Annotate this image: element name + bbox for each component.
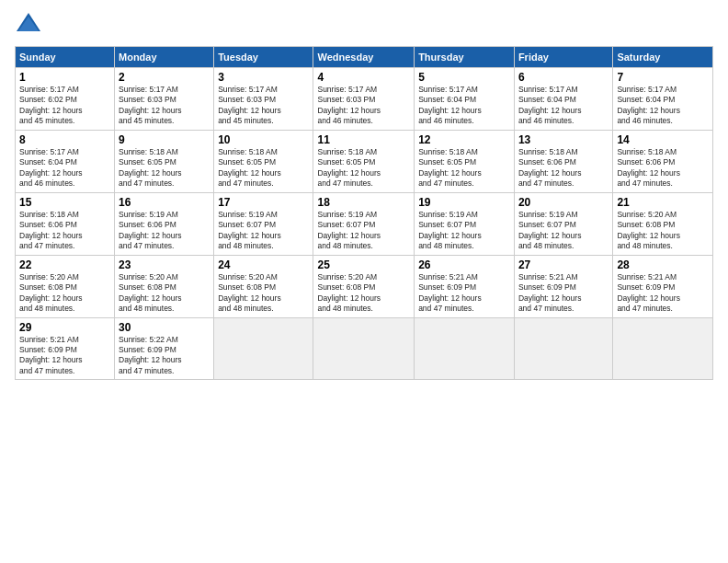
day-info: Sunrise: 5:18 AM Sunset: 6:05 PM Dayligh… — [418, 147, 510, 190]
day-number: 30 — [119, 321, 210, 334]
calendar-week-row: 29Sunrise: 5:21 AM Sunset: 6:09 PM Dayli… — [16, 317, 713, 380]
header — [15, 11, 713, 39]
day-number: 7 — [617, 71, 709, 84]
calendar-table: SundayMondayTuesdayWednesdayThursdayFrid… — [15, 46, 713, 380]
day-info: Sunrise: 5:20 AM Sunset: 6:08 PM Dayligh… — [617, 210, 709, 252]
day-number: 26 — [418, 259, 510, 271]
calendar-week-row: 8Sunrise: 5:17 AM Sunset: 6:04 PM Daylig… — [16, 130, 713, 192]
calendar-cell — [514, 317, 612, 380]
day-info: Sunrise: 5:19 AM Sunset: 6:06 PM Dayligh… — [119, 210, 210, 252]
day-info: Sunrise: 5:17 AM Sunset: 6:02 PM Dayligh… — [19, 85, 110, 127]
day-number: 11 — [317, 133, 410, 146]
day-number: 12 — [418, 133, 510, 146]
calendar-cell — [313, 317, 415, 380]
day-number: 9 — [119, 133, 210, 146]
day-number: 22 — [19, 259, 110, 271]
weekday-header-sunday: Sunday — [16, 47, 115, 68]
day-info: Sunrise: 5:21 AM Sunset: 6:09 PM Dayligh… — [617, 272, 709, 315]
day-number: 23 — [119, 259, 210, 271]
calendar-cell: 22Sunrise: 5:20 AM Sunset: 6:08 PM Dayli… — [16, 255, 115, 317]
day-number: 16 — [119, 196, 210, 209]
page: SundayMondayTuesdayWednesdayThursdayFrid… — [0, 0, 728, 563]
day-number: 29 — [19, 321, 110, 334]
calendar-cell: 9Sunrise: 5:18 AM Sunset: 6:05 PM Daylig… — [115, 130, 214, 192]
day-info: Sunrise: 5:20 AM Sunset: 6:08 PM Dayligh… — [218, 272, 309, 315]
day-info: Sunrise: 5:20 AM Sunset: 6:08 PM Dayligh… — [19, 272, 110, 315]
day-number: 2 — [119, 71, 210, 84]
calendar-cell: 13Sunrise: 5:18 AM Sunset: 6:06 PM Dayli… — [514, 130, 612, 192]
calendar-cell — [613, 317, 713, 380]
day-info: Sunrise: 5:18 AM Sunset: 6:06 PM Dayligh… — [518, 147, 609, 190]
calendar-cell: 30Sunrise: 5:22 AM Sunset: 6:09 PM Dayli… — [115, 317, 214, 380]
calendar-cell: 16Sunrise: 5:19 AM Sunset: 6:06 PM Dayli… — [115, 192, 214, 255]
calendar-week-row: 22Sunrise: 5:20 AM Sunset: 6:08 PM Dayli… — [16, 255, 713, 317]
day-info: Sunrise: 5:19 AM Sunset: 6:07 PM Dayligh… — [218, 210, 309, 252]
day-info: Sunrise: 5:17 AM Sunset: 6:04 PM Dayligh… — [19, 147, 110, 190]
calendar-cell: 27Sunrise: 5:21 AM Sunset: 6:09 PM Dayli… — [514, 255, 612, 317]
calendar-cell: 2Sunrise: 5:17 AM Sunset: 6:03 PM Daylig… — [115, 68, 214, 131]
day-number: 5 — [418, 71, 510, 84]
day-info: Sunrise: 5:19 AM Sunset: 6:07 PM Dayligh… — [317, 210, 410, 252]
calendar-cell: 15Sunrise: 5:18 AM Sunset: 6:06 PM Dayli… — [16, 192, 115, 255]
day-info: Sunrise: 5:20 AM Sunset: 6:08 PM Dayligh… — [317, 272, 410, 315]
day-number: 21 — [617, 196, 709, 209]
day-number: 18 — [317, 196, 410, 209]
day-number: 27 — [518, 259, 609, 271]
day-info: Sunrise: 5:22 AM Sunset: 6:09 PM Dayligh… — [119, 335, 210, 377]
day-info: Sunrise: 5:18 AM Sunset: 6:05 PM Dayligh… — [317, 147, 410, 190]
calendar-cell: 21Sunrise: 5:20 AM Sunset: 6:08 PM Dayli… — [613, 192, 713, 255]
calendar-cell: 5Sunrise: 5:17 AM Sunset: 6:04 PM Daylig… — [415, 68, 515, 131]
logo — [15, 11, 46, 39]
day-number: 10 — [218, 133, 309, 146]
calendar-cell: 19Sunrise: 5:19 AM Sunset: 6:07 PM Dayli… — [415, 192, 515, 255]
calendar-cell: 20Sunrise: 5:19 AM Sunset: 6:07 PM Dayli… — [514, 192, 612, 255]
day-info: Sunrise: 5:17 AM Sunset: 6:04 PM Dayligh… — [617, 85, 709, 127]
calendar-cell: 8Sunrise: 5:17 AM Sunset: 6:04 PM Daylig… — [16, 130, 115, 192]
weekday-header-monday: Monday — [115, 47, 214, 68]
calendar-cell: 3Sunrise: 5:17 AM Sunset: 6:03 PM Daylig… — [214, 68, 313, 131]
day-number: 25 — [317, 259, 410, 271]
calendar-cell: 1Sunrise: 5:17 AM Sunset: 6:02 PM Daylig… — [16, 68, 115, 131]
calendar-week-row: 15Sunrise: 5:18 AM Sunset: 6:06 PM Dayli… — [16, 192, 713, 255]
day-info: Sunrise: 5:21 AM Sunset: 6:09 PM Dayligh… — [518, 272, 609, 315]
day-number: 13 — [518, 133, 609, 146]
calendar-cell: 10Sunrise: 5:18 AM Sunset: 6:05 PM Dayli… — [214, 130, 313, 192]
calendar-cell: 23Sunrise: 5:20 AM Sunset: 6:08 PM Dayli… — [115, 255, 214, 317]
calendar-cell: 4Sunrise: 5:17 AM Sunset: 6:03 PM Daylig… — [313, 68, 415, 131]
day-number: 1 — [19, 71, 110, 84]
calendar-header-row: SundayMondayTuesdayWednesdayThursdayFrid… — [16, 47, 713, 68]
day-number: 20 — [518, 196, 609, 209]
weekday-header-tuesday: Tuesday — [214, 47, 313, 68]
calendar-cell: 11Sunrise: 5:18 AM Sunset: 6:05 PM Dayli… — [313, 130, 415, 192]
day-info: Sunrise: 5:19 AM Sunset: 6:07 PM Dayligh… — [418, 210, 510, 252]
day-info: Sunrise: 5:17 AM Sunset: 6:04 PM Dayligh… — [418, 85, 510, 127]
calendar-week-row: 1Sunrise: 5:17 AM Sunset: 6:02 PM Daylig… — [16, 68, 713, 131]
calendar-cell: 7Sunrise: 5:17 AM Sunset: 6:04 PM Daylig… — [613, 68, 713, 131]
calendar-cell: 28Sunrise: 5:21 AM Sunset: 6:09 PM Dayli… — [613, 255, 713, 317]
calendar-cell — [415, 317, 515, 380]
weekday-header-thursday: Thursday — [415, 47, 515, 68]
calendar-cell: 29Sunrise: 5:21 AM Sunset: 6:09 PM Dayli… — [16, 317, 115, 380]
calendar-cell: 25Sunrise: 5:20 AM Sunset: 6:08 PM Dayli… — [313, 255, 415, 317]
day-info: Sunrise: 5:18 AM Sunset: 6:06 PM Dayligh… — [19, 210, 110, 252]
day-number: 4 — [317, 71, 410, 84]
day-number: 15 — [19, 196, 110, 209]
day-info: Sunrise: 5:20 AM Sunset: 6:08 PM Dayligh… — [119, 272, 210, 315]
day-info: Sunrise: 5:18 AM Sunset: 6:05 PM Dayligh… — [218, 147, 309, 190]
logo-icon — [15, 11, 42, 39]
day-number: 8 — [19, 133, 110, 146]
day-number: 14 — [617, 133, 709, 146]
day-info: Sunrise: 5:18 AM Sunset: 6:06 PM Dayligh… — [617, 147, 709, 190]
day-info: Sunrise: 5:17 AM Sunset: 6:04 PM Dayligh… — [518, 85, 609, 127]
day-info: Sunrise: 5:21 AM Sunset: 6:09 PM Dayligh… — [19, 335, 110, 377]
calendar-cell: 17Sunrise: 5:19 AM Sunset: 6:07 PM Dayli… — [214, 192, 313, 255]
calendar-cell: 12Sunrise: 5:18 AM Sunset: 6:05 PM Dayli… — [415, 130, 515, 192]
calendar-cell — [214, 317, 313, 380]
day-info: Sunrise: 5:17 AM Sunset: 6:03 PM Dayligh… — [317, 85, 410, 127]
day-number: 19 — [418, 196, 510, 209]
day-info: Sunrise: 5:18 AM Sunset: 6:05 PM Dayligh… — [119, 147, 210, 190]
day-number: 24 — [218, 259, 309, 271]
day-number: 3 — [218, 71, 309, 84]
weekday-header-friday: Friday — [514, 47, 612, 68]
day-number: 28 — [617, 259, 709, 271]
